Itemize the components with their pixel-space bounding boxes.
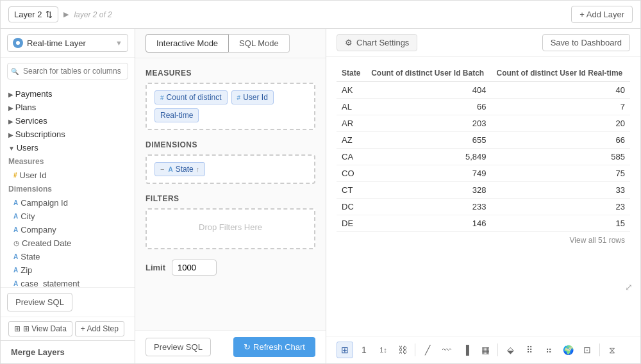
refresh-chart-button[interactable]: ↻ Refresh Chart [233,337,315,357]
cell-realtime: 40 [492,82,630,99]
preview-sql-link[interactable]: Preview SQL [7,293,72,311]
funnel-icon[interactable]: ⬙ [502,342,519,358]
dim-campaign-id[interactable]: A Campaign Id [1,196,135,210]
chevron-down-icon: ▼ [115,39,122,47]
sidebar-item-subscriptions[interactable]: Subscriptions [1,128,135,141]
save-dashboard-button[interactable]: Save to Dashboard [542,34,630,51]
dim-zip-label: Zip [21,265,32,275]
remove-state-icon[interactable]: − [160,165,164,173]
search-box [7,63,128,79]
expand-icon[interactable]: ⤢ [625,282,633,292]
sidebar-item-plans[interactable]: Plans [1,101,135,114]
cell-realtime: 20 [492,115,630,132]
limit-input[interactable] [172,260,217,276]
filters-dropzone[interactable]: Drop Filters Here [146,208,315,249]
dim-case-statement-label: case_statement [21,279,79,287]
cell-batch: 655 [366,132,491,149]
search-input[interactable] [7,63,128,79]
heatmap-icon[interactable]: ⊡ [579,342,595,358]
view-data-label: ⊞ View Data [23,324,67,333]
filters-placeholder: Drop Filters Here [199,222,262,232]
sql-mode-button[interactable]: SQL Mode [229,34,290,53]
mode-tabs: Interactive Mode SQL Mode [135,29,326,58]
chart-settings-button[interactable]: ⚙ Chart Settings [337,34,417,51]
chart-settings-label: Chart Settings [356,38,409,47]
cell-realtime: 15 [492,215,630,232]
sidebar-bottom-tabs: ⊞ ⊞ View Data + Add Step [1,317,135,340]
right-panel: ⚙ Chart Settings Save to Dashboard State… [326,29,640,363]
preview-sql-button[interactable]: Preview SQL [146,338,211,356]
dimensions-dropzone[interactable]: − A State ↑ [146,154,315,184]
dim-state-label: State [21,252,40,261]
number-view-icon[interactable]: 1 [356,342,372,358]
measure-userid[interactable]: # User Id [1,169,135,182]
dim-created-date[interactable]: ◷ Created Date [1,236,135,250]
add-step-label: + Add Step [81,324,119,333]
dimensions-section-label: Dimensions [1,182,135,196]
cell-batch: 328 [366,182,491,199]
view-data-tab[interactable]: ⊞ ⊞ View Data [8,321,72,336]
dimension-tag-state-label: State [176,165,194,174]
measures-dropzone[interactable]: # Count of distinct # User Id Real-time [146,83,315,130]
table-row: AL667 [337,99,630,115]
sidebar-item-payments[interactable]: Payments [1,87,135,101]
stacked-bar-chart-icon[interactable]: ▦ [477,342,494,358]
cell-batch: 749 [366,165,491,182]
cell-state: AL [337,99,366,115]
gear-icon: ⚙ [345,38,353,47]
view-all-link[interactable]: View all 51 rows [337,232,630,249]
query-bottom-actions: Preview SQL ↻ Refresh Chart [135,330,326,363]
hash-icon: # [13,172,17,179]
left-sidebar: Real-time Layer ▼ Payments Plans Service… [1,29,135,363]
bubble-icon[interactable]: ⠶ [540,342,557,358]
merge-layers-section: Merge Layers [1,340,135,363]
table-row: DE14615 [337,215,630,232]
top-bar: Layer 2 ⇅ ▶ layer 2 of 2 + Add Layer [1,1,640,29]
measure-tag-userid-label: User Id [243,93,268,102]
realtime-icon [13,38,23,48]
line-chart-icon[interactable]: ╱ [419,342,436,358]
map-icon[interactable]: 🌍 [560,342,576,358]
view-data-icon: ⊞ [14,324,21,333]
dim-state[interactable]: A State [1,250,135,263]
filter-toolbar-icon[interactable]: ⧖ [604,342,620,358]
layer-selector[interactable]: Layer 2 ⇅ [8,6,58,22]
cell-batch: 5,849 [366,149,491,165]
realtime-layer-label: Real-time Layer [27,38,86,48]
dim-case-statement[interactable]: A case_statement [1,277,135,287]
dim-company[interactable]: A Company [1,223,135,236]
table-view-icon[interactable]: ⊞ [337,342,353,358]
a-icon: A [13,267,18,274]
add-step-tab[interactable]: + Add Step [75,321,124,336]
chart-table-container: State Count of distinct User Id Batch Co… [326,57,640,256]
bar-chart-icon[interactable]: ▐ [458,342,474,358]
layer-breadcrumb: layer 2 of 2 [74,10,112,19]
layer-arrow-icon: ▶ [63,10,69,19]
link-icon[interactable]: ⛓ [394,342,411,358]
preview-sql-button[interactable]: Preview SQL [7,293,72,311]
measure-tag-count-label: Count of distinct [167,93,222,102]
sidebar-item-services[interactable]: Services [1,114,135,128]
dim-company-label: Company [21,225,56,235]
table-row: AK40440 [337,82,630,99]
measure-userid-label: User Id [20,170,47,180]
add-layer-button[interactable]: + Add Layer [571,6,633,23]
table-row: CT32833 [337,182,630,199]
cell-batch: 203 [366,115,491,132]
cell-batch: 146 [366,215,491,232]
filters-label: Filters [146,194,315,203]
sort-state-icon[interactable]: ↑ [196,165,200,173]
realtime-layer-select[interactable]: Real-time Layer ▼ [7,34,128,52]
dim-city[interactable]: A City [1,210,135,223]
sidebar-item-users[interactable]: Users [1,141,135,154]
interactive-mode-button[interactable]: Interactive Mode [146,34,229,53]
center-panel: Interactive Mode SQL Mode Measures # Cou… [135,29,326,363]
query-builder: Measures # Count of distinct # User Id R… [135,58,326,330]
cell-batch: 404 [366,82,491,99]
scatter-icon[interactable]: ⠿ [521,342,538,358]
pivot-view-icon[interactable]: 1↕ [375,342,392,358]
dim-created-date-label: Created Date [22,238,71,248]
cell-batch: 66 [366,99,491,115]
multiline-chart-icon[interactable]: 〰 [438,342,455,358]
dim-zip[interactable]: A Zip [1,263,135,277]
